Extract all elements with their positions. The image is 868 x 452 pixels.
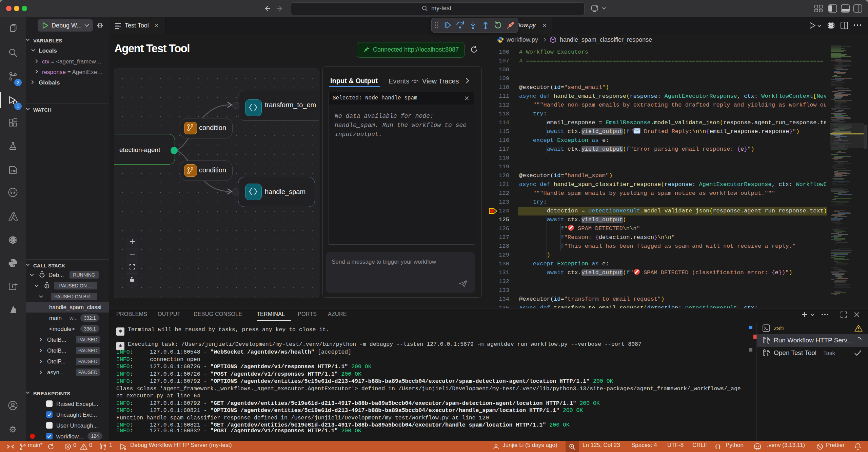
svg-text:{}: {} [715, 444, 721, 450]
svg-text:LOG: LOG [9, 169, 17, 173]
